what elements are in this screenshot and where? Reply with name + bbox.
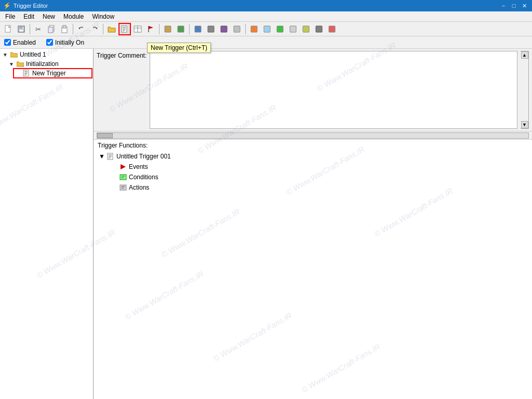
toolbar-btn-h[interactable] (261, 23, 273, 35)
toolbar-sep-3 (103, 24, 103, 34)
trigger-comment-label: Trigger Comment: (97, 51, 147, 59)
menu-file[interactable]: File (1, 11, 19, 21)
undo-button[interactable] (75, 23, 88, 35)
tree-indent-init: ▼ Initialization New Trigger (7, 59, 92, 78)
enabled-checkbox-label[interactable]: Enabled (4, 39, 36, 46)
svg-rect-25 (234, 26, 240, 32)
toolbar-btn-i[interactable] (274, 23, 286, 35)
right-panel: Trigger Comment: ▲ ▼ Trigger Functions: … (94, 49, 532, 399)
tooltip-new-trigger: New Trigger (Ctrl+T) (147, 43, 211, 53)
svg-rect-8 (63, 25, 66, 28)
func-label-001: Untitled Trigger 001 (116, 153, 171, 160)
title-bar-controls: − □ ✕ (499, 2, 529, 10)
svg-marker-9 (78, 28, 81, 29)
tree-label-initialization: Initialization (26, 60, 59, 68)
toolbar-sep-5 (189, 24, 190, 34)
hscrollbar-thumb[interactable] (97, 133, 113, 138)
toolbar-btn-e[interactable] (218, 23, 230, 35)
tree-node-untitled1[interactable]: ▼ Untitled 1 (1, 50, 92, 59)
expand-new-trigger (15, 70, 21, 76)
left-panel: ▼ Untitled 1 ▼ Initialization (0, 49, 94, 399)
svg-rect-2 (19, 26, 22, 29)
func-tree-node-conditions[interactable]: Conditions (110, 172, 528, 182)
copy-button[interactable] (45, 23, 58, 35)
paste-button[interactable] (58, 23, 71, 35)
initially-on-checkbox-label[interactable]: Initially On (46, 39, 84, 46)
folder-icon-untitled1 (10, 50, 18, 59)
func-expand-001: ▼ (99, 153, 105, 160)
redo-button[interactable] (88, 23, 101, 35)
tree-indent-trigger: New Trigger (14, 69, 92, 78)
new-trigger-button[interactable] (118, 23, 131, 35)
main-container: ▼ Untitled 1 ▼ Initialization (0, 49, 532, 399)
save-button[interactable] (15, 23, 28, 35)
title-bar-left: ⚡ Trigger Editor (3, 2, 48, 9)
svg-rect-22 (195, 26, 201, 32)
toolbar-btn-g[interactable] (248, 23, 260, 35)
svg-rect-32 (329, 26, 335, 32)
func-tree-node-events[interactable]: Events (110, 162, 528, 172)
svg-rect-21 (178, 26, 184, 32)
svg-marker-41 (121, 164, 126, 169)
hscrollbar-track (97, 132, 529, 139)
svg-rect-42 (120, 175, 126, 180)
toolbar-btn-k[interactable] (300, 23, 312, 35)
initially-on-checkbox[interactable] (46, 39, 53, 46)
toolbar-btn-j[interactable] (287, 23, 299, 35)
expand-untitled1: ▼ (2, 51, 8, 58)
svg-rect-28 (277, 26, 283, 32)
comment-scrollbar[interactable]: ▲ ▼ (521, 51, 529, 129)
menu-window[interactable]: Window (88, 11, 118, 21)
toolbar-btn-f[interactable] (231, 23, 243, 35)
close-button[interactable]: ✕ (520, 2, 529, 10)
expand-initialization: ▼ (8, 61, 15, 67)
comment-hscrollbar (94, 131, 532, 140)
toolbar-btn-m[interactable] (326, 23, 338, 35)
maximize-button[interactable]: □ (509, 2, 518, 10)
menu-module[interactable]: Module (59, 11, 88, 21)
toolbar-btn-d[interactable] (205, 23, 217, 35)
window-title: Trigger Editor (14, 3, 48, 9)
menu-bar: File Edit New Module Window (0, 11, 532, 22)
func-tree-node-actions[interactable]: Actions (110, 182, 528, 193)
toolbar-btn-l[interactable] (313, 23, 325, 35)
table-button[interactable] (131, 23, 144, 35)
app-icon: ⚡ (3, 2, 10, 9)
svg-rect-29 (290, 26, 296, 32)
trigger-icon-new (22, 69, 31, 77)
new-button[interactable] (2, 23, 15, 35)
toolbar-sep-2 (73, 24, 73, 34)
toolbar-btn-c[interactable] (192, 23, 204, 35)
tree-node-initialization[interactable]: ▼ Initialization (7, 59, 92, 69)
tree-node-new-trigger[interactable]: New Trigger (14, 69, 92, 78)
menu-edit[interactable]: Edit (19, 11, 38, 21)
toolbar-btn-a[interactable] (162, 23, 174, 35)
minimize-button[interactable]: − (499, 2, 508, 10)
trigger-comment-input[interactable] (150, 51, 517, 128)
actions-icon (119, 183, 127, 192)
svg-rect-45 (120, 185, 126, 190)
svg-marker-10 (96, 28, 98, 29)
flag-button[interactable] (144, 23, 157, 35)
enabled-checkbox[interactable] (4, 39, 11, 46)
cut-button[interactable]: ✂ (32, 23, 45, 35)
toolbar-sep-6 (245, 24, 246, 34)
svg-rect-23 (208, 26, 214, 32)
svg-rect-6 (48, 27, 53, 33)
menu-new[interactable]: New (38, 11, 59, 21)
svg-rect-3 (19, 30, 23, 32)
trigger-comment-area[interactable] (150, 51, 517, 129)
trigger-functions-panel: Trigger Functions: ▼ Untitled Trigger 00… (94, 140, 532, 399)
toolbar: ✂ (0, 22, 532, 36)
open-folder-button[interactable] (105, 23, 118, 35)
func-tree-node-001[interactable]: ▼ Untitled Trigger 001 (98, 151, 528, 162)
func-label-events: Events (129, 163, 148, 170)
tree-label-untitled1: Untitled 1 (20, 51, 46, 58)
func-label-actions: Actions (129, 184, 149, 191)
conditions-icon (119, 173, 127, 181)
svg-rect-27 (264, 26, 270, 32)
toolbar-sep-4 (159, 24, 159, 34)
toolbar-btn-b[interactable] (175, 23, 187, 35)
svg-rect-24 (221, 26, 227, 32)
tree-label-new-trigger: New Trigger (32, 70, 66, 77)
